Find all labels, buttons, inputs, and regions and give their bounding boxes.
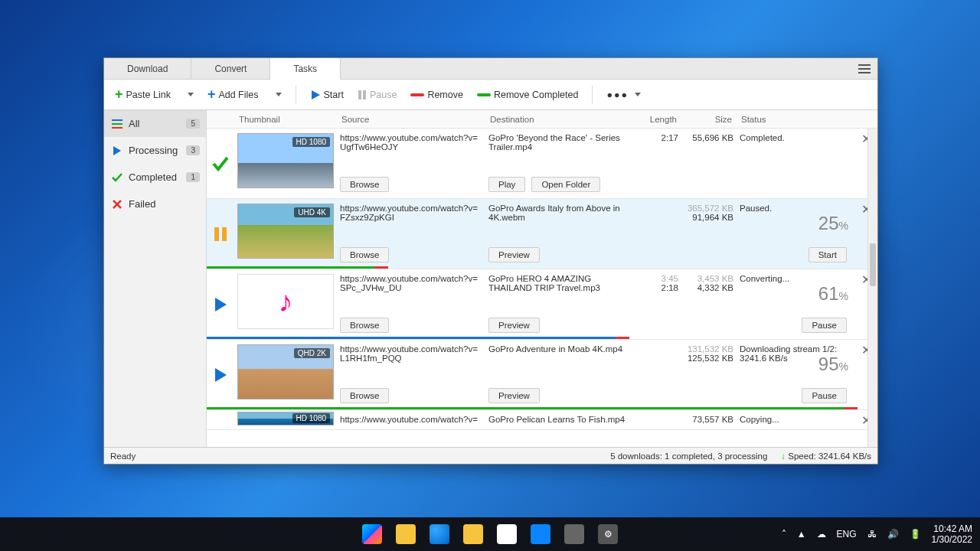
scrollbar[interactable] [867, 129, 877, 447]
language-indicator[interactable]: ENG [837, 529, 857, 540]
col-status[interactable]: Status [737, 115, 854, 124]
app-icon[interactable] [564, 524, 584, 544]
status-text: Converting... [740, 274, 789, 283]
task-row[interactable]: HD 1080 https://www.youtube.com/watch?v=… [207, 129, 877, 199]
x-icon [112, 200, 122, 209]
preview-button[interactable]: Preview [488, 247, 540, 262]
thumbnail: QHD 2K [237, 344, 334, 399]
destination-file: GoPro Pelican Learns To Fish.mp4 [485, 410, 639, 429]
status-bar: Ready 5 downloads: 1 completed, 3 proces… [104, 447, 877, 464]
svg-rect-1 [358, 90, 361, 99]
col-length[interactable]: Length [639, 115, 681, 124]
status-summary: 5 downloads: 1 completed, 3 processing [610, 452, 767, 461]
check-icon [112, 173, 122, 182]
menu-icon[interactable] [856, 60, 873, 77]
browse-button[interactable]: Browse [340, 388, 389, 403]
remove-completed-button[interactable]: Remove Completed [472, 86, 583, 103]
quality-badge: UHD 4K [294, 207, 330, 217]
list-icon [112, 119, 122, 129]
source-url: https://www.youtube.com/watch?v= [337, 410, 485, 429]
tray-chevron-icon[interactable]: ˄ [782, 529, 786, 540]
total-size: 131,532 KB [684, 344, 733, 354]
sidebar-item-all[interactable]: All 5 [104, 110, 206, 137]
scrollbar-thumb[interactable] [870, 243, 876, 286]
start-task-button[interactable]: Start [808, 247, 847, 262]
size: 4,332 KB [684, 283, 733, 292]
total-size: 3,453 KB [684, 274, 733, 283]
svg-marker-11 [215, 298, 227, 311]
sidebar-label: All [129, 118, 139, 129]
sidebar-label: Processing [129, 145, 178, 156]
svg-rect-2 [363, 90, 366, 99]
battery-icon[interactable]: 🔋 [910, 529, 921, 540]
file-explorer-icon[interactable] [463, 524, 483, 544]
col-size[interactable]: Size [681, 115, 737, 124]
sidebar-label: Failed [129, 198, 155, 210]
more-actions-button[interactable]: ●●● [602, 86, 645, 103]
preview-button[interactable]: Preview [488, 318, 540, 333]
taskbar-app-icon[interactable] [396, 524, 416, 544]
paste-link-button[interactable]: +Paste Link [110, 83, 175, 106]
pause-task-button[interactable]: Pause [802, 318, 847, 333]
svg-marker-6 [113, 146, 121, 155]
col-source[interactable]: Source [337, 115, 485, 124]
open-folder-button[interactable]: Open Folder [531, 177, 600, 192]
music-icon: ♪ [279, 285, 293, 318]
sidebar-item-completed[interactable]: Completed 1 [104, 164, 206, 191]
play-button[interactable]: Play [488, 177, 525, 192]
task-row[interactable]: QHD 2K https://www.youtube.com/watch?v=L… [207, 340, 877, 410]
progress-bar [207, 337, 877, 339]
task-row[interactable]: UHD 4K https://www.youtube.com/watch?v=F… [207, 199, 877, 269]
onedrive-icon[interactable]: ▲ [797, 529, 806, 540]
add-files-button[interactable]: +Add Files [203, 83, 263, 106]
browse-button[interactable]: Browse [340, 177, 389, 192]
progress-percent: 61% [818, 283, 848, 305]
sidebar-item-failed[interactable]: Failed [104, 191, 206, 217]
start-button[interactable]: Start [305, 86, 348, 103]
svg-marker-12 [215, 368, 227, 382]
count-badge: 3 [186, 145, 200, 155]
tab-tasks[interactable]: Tasks [270, 58, 341, 80]
task-row[interactable]: HD 1080 https://www.youtube.com/watch?v=… [207, 410, 877, 430]
preview-button[interactable]: Preview [488, 388, 540, 403]
sidebar: All 5 Processing 3 Completed 1 Failed [104, 110, 207, 447]
progress-bar [207, 407, 877, 409]
col-thumbnail[interactable]: Thumbnail [234, 115, 337, 124]
remove-button[interactable]: Remove [406, 86, 468, 103]
edge-icon[interactable] [430, 524, 449, 544]
store-icon[interactable] [497, 524, 517, 544]
add-files-dropdown[interactable] [268, 90, 286, 99]
clock[interactable]: 10:42 AM1/30/2022 [932, 523, 972, 546]
pause-button[interactable]: Pause [353, 86, 401, 103]
pause-icon [358, 90, 367, 100]
network-icon[interactable]: 🖧 [867, 529, 877, 540]
svg-rect-9 [214, 227, 219, 241]
browse-button[interactable]: Browse [340, 318, 389, 333]
total-size: 365,572 KB [684, 204, 733, 213]
column-headers: Thumbnail Source Destination Length Size… [207, 110, 877, 129]
count-badge: 1 [186, 172, 200, 182]
system-tray: ˄ ▲ ☁ ENG 🖧 🔊 🔋 10:42 AM1/30/2022 [782, 523, 972, 546]
col-destination[interactable]: Destination [485, 115, 639, 124]
mail-icon[interactable] [531, 524, 550, 544]
quality-badge: QHD 2K [294, 348, 330, 358]
svg-rect-3 [112, 119, 122, 121]
weather-icon[interactable]: ☁ [817, 529, 826, 540]
task-row[interactable]: ♪ https://www.youtube.com/watch?v=SPc_JV… [207, 269, 877, 340]
tab-convert[interactable]: Convert [191, 58, 270, 79]
sidebar-item-processing[interactable]: Processing 3 [104, 137, 206, 164]
minus-icon [477, 93, 491, 96]
size: 125,532 KB [684, 354, 733, 363]
settings-icon[interactable]: ⚙ [598, 524, 618, 544]
browse-button[interactable]: Browse [340, 247, 389, 262]
thumbnail: ♪ [237, 274, 334, 329]
svg-rect-4 [112, 123, 122, 125]
quality-badge: HD 1080 [292, 137, 330, 147]
pause-task-button[interactable]: Pause [802, 388, 847, 403]
size: 55,696 KB [681, 129, 737, 198]
volume-icon[interactable]: 🔊 [887, 529, 899, 540]
start-button[interactable] [362, 524, 382, 544]
svg-rect-5 [112, 127, 122, 129]
tab-download[interactable]: Download [104, 58, 191, 79]
paste-link-dropdown[interactable] [180, 90, 198, 99]
